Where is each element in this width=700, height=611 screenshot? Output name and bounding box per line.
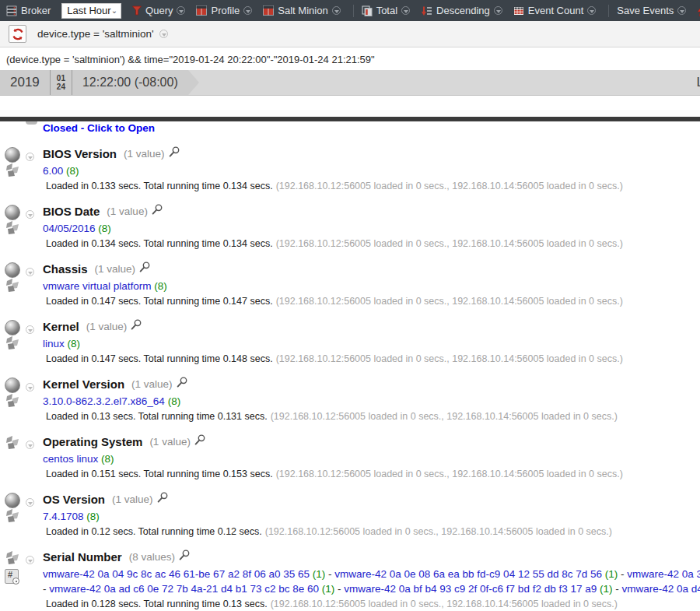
loaded-text: Loaded in 0.147 secs. Total running time… <box>46 353 273 364</box>
section-values: centos linux (8) <box>43 451 700 466</box>
magnifier-icon[interactable] <box>169 146 180 157</box>
chevron-down-icon[interactable] <box>401 6 410 15</box>
value-link[interactable]: vmware-42 0a bf b4 93 c9 2f 0f-c6 f7 bd … <box>344 583 597 595</box>
action-menu[interactable]: Action <box>697 5 700 16</box>
filter-expression[interactable]: device.type = 'saltminion' <box>37 28 154 40</box>
salt-minion-menu[interactable]: Salt Minion <box>263 5 340 16</box>
value-link[interactable]: 7.4.1708 <box>43 511 84 522</box>
value-link[interactable]: 6.00 <box>43 165 63 177</box>
section-chevron-icon[interactable] <box>26 556 34 564</box>
timeline-day: 24 <box>57 83 65 91</box>
save-events-label: Save Events <box>617 5 674 16</box>
magnifier-icon[interactable] <box>177 377 187 388</box>
value-link[interactable]: vmware-42 0a 0e 08 6a ea bb fd-c9 04 12 … <box>334 568 602 580</box>
time-range-select[interactable]: Last Hour ⌄ <box>61 3 121 19</box>
magnifier-icon[interactable] <box>179 550 190 560</box>
section-values: vmware virtual platform (8) <box>43 279 700 293</box>
chevron-down-icon[interactable] <box>587 6 596 15</box>
value-count: (8) <box>98 453 114 465</box>
value-link[interactable]: vmware-42 0a 04 9c 8c ac 46 61-be 67 a2 … <box>43 568 310 580</box>
value-count: (1) <box>602 568 618 580</box>
save-events-menu[interactable]: Save Events <box>617 5 686 16</box>
refresh-button[interactable] <box>9 25 26 43</box>
chevron-down-icon[interactable] <box>677 6 686 15</box>
section-os-version: # OS Version (1 value) 7.4.1708 (8) Load… <box>0 490 700 539</box>
magnifier-icon[interactable] <box>131 319 142 330</box>
loaded-text: Loaded in 0.133 secs. Total running time… <box>46 181 273 191</box>
os-icon <box>5 335 22 351</box>
value-link[interactable]: vmware-42 0a 38 ba 95 2 <box>627 568 700 580</box>
value-link[interactable]: 3.10.0-862.3.2.el7.x86_64 <box>43 395 165 407</box>
profile-menu[interactable]: Profile <box>196 5 252 16</box>
timeline-year[interactable]: 2019 <box>0 70 50 95</box>
section-title: BIOS Version <box>43 147 117 160</box>
section-status: Loaded in 0.134 secs. Total running time… <box>43 238 700 249</box>
value-link[interactable]: 04/05/2016 <box>43 223 96 234</box>
section-value-count: (1 value) <box>95 263 136 275</box>
section-value-count: (1 value) <box>124 148 165 160</box>
serial-number-icon: # <box>5 569 19 584</box>
os-icon <box>5 508 22 524</box>
event-count-menu[interactable]: Event Count <box>513 5 597 16</box>
chevron-down-icon[interactable] <box>159 30 168 38</box>
value-line: linux (8) <box>43 336 700 351</box>
value-count: (8) <box>152 280 167 292</box>
section-operating-system: # Operating System (1 value) centos linu… <box>0 433 700 481</box>
hosts-text: (192.168.10.12:56005 loaded in 0 secs., … <box>276 296 623 307</box>
magnifier-icon[interactable] <box>194 434 205 445</box>
timeline-month-day[interactable]: 01 24 <box>51 70 72 95</box>
timeline-bar[interactable]: 2019 01 24 12:22:00 (-08:00) L <box>0 70 700 96</box>
profile-window-icon <box>196 5 207 16</box>
timeline-month: 01 <box>57 74 65 83</box>
hosts-text: (192.168.10.12:56005 loaded in 0 secs., … <box>276 238 623 249</box>
section-bios-date: # BIOS Date (1 value) 04/05/2016 (8) Loa… <box>0 202 700 251</box>
section-chevron-icon[interactable] <box>26 153 34 161</box>
section-chevron-icon[interactable] <box>26 498 34 507</box>
lightning-icon <box>697 5 700 16</box>
magnifier-icon[interactable] <box>157 492 168 503</box>
section-kernel: # Kernel (1 value) linux (8) Loaded in 0… <box>0 318 700 366</box>
value-link[interactable]: centos linux <box>43 453 98 465</box>
loaded-text: Loaded in 0.134 secs. Total running time… <box>46 238 273 249</box>
timeline-track[interactable]: L <box>199 70 700 95</box>
section-chevron-icon[interactable] <box>26 441 34 449</box>
total-menu[interactable]: Total <box>362 5 410 16</box>
section-chevron-icon[interactable] <box>26 268 34 276</box>
salt-minion-label: Salt Minion <box>278 5 327 16</box>
query-label: Query <box>145 5 173 16</box>
value-line: 7.4.1708 (8) <box>43 509 700 524</box>
timeline-arrow <box>188 70 199 95</box>
chevron-down-icon[interactable] <box>177 6 185 15</box>
sphere-icon <box>5 320 20 335</box>
value-line: vmware-42 0a 04 9c 8c ac 46 61-be 67 a2 … <box>43 567 700 581</box>
section-chevron-icon[interactable] <box>26 325 34 334</box>
query-menu[interactable]: Query <box>132 5 185 16</box>
hosts-text: (192.168.10.12:56005 loaded in 0 secs., … <box>271 599 618 609</box>
descending-menu[interactable]: Descending <box>421 5 502 16</box>
hosts-text: (192.168.10.12:56005 loaded in 0 secs., … <box>276 353 623 364</box>
section-value-count: (1 value) <box>86 321 128 332</box>
broker-menu[interactable]: Broker <box>6 5 51 16</box>
closed-panel-link[interactable]: Closed - Click to Open <box>43 122 155 134</box>
section-chevron-icon[interactable] <box>26 210 34 219</box>
section-value-count: (8 values) <box>129 551 175 563</box>
section-chevron-icon[interactable] <box>26 383 34 392</box>
loaded-text: Loaded in 0.147 secs. Total running time… <box>46 296 273 307</box>
magnifier-icon[interactable] <box>152 204 163 215</box>
salt-minion-window-icon <box>263 5 274 16</box>
magnifier-icon[interactable] <box>139 262 150 272</box>
server-stack-icon <box>6 5 17 16</box>
filter-bar: device.type = 'saltminion' <box>0 21 700 47</box>
value-link[interactable]: vmware-42 0a d4 92 a3 2 <box>621 583 700 595</box>
chevron-down-icon[interactable] <box>332 6 341 15</box>
chevron-down-icon[interactable] <box>243 6 252 15</box>
chevron-down-icon[interactable] <box>494 6 502 15</box>
panel-divider <box>0 117 700 121</box>
value-link[interactable]: vmware virtual platform <box>43 280 152 292</box>
value-link[interactable]: vmware-42 0a ad c6 0e 72 7b 4a-21 d4 b1 … <box>49 583 319 595</box>
value-count: (8) <box>165 395 180 407</box>
timeline-time[interactable]: 12:22:00 (-08:00) <box>72 70 188 95</box>
hosts-text: (192.168.10.12:56005 loaded in 0 secs., … <box>276 469 623 479</box>
value-link[interactable]: linux <box>43 338 65 349</box>
value-count: (8) <box>84 511 100 522</box>
